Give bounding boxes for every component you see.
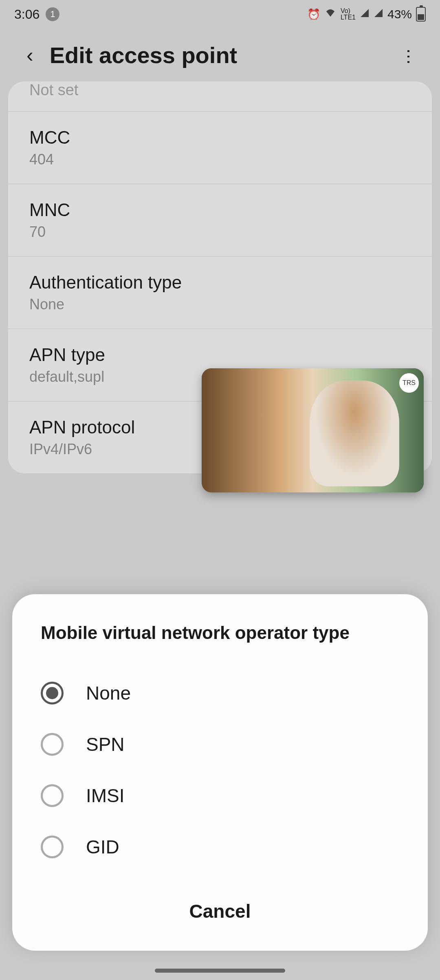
radio-icon — [41, 733, 64, 756]
battery-text: 43% — [387, 7, 412, 21]
pip-person — [310, 381, 399, 486]
cancel-button[interactable]: Cancel — [12, 881, 428, 930]
settings-value: 70 — [29, 223, 411, 241]
page-title: Edit access point — [50, 42, 386, 68]
radio-option-spn[interactable]: SPN — [41, 719, 399, 770]
radio-list: None SPN IMSI GID — [12, 667, 428, 873]
back-icon[interactable]: ‹ — [26, 43, 33, 67]
battery-icon — [416, 7, 426, 22]
radio-icon — [41, 784, 64, 807]
sheet-title: Mobile virtual network operator type — [12, 623, 428, 643]
radio-label: IMSI — [86, 785, 125, 807]
pip-video[interactable]: TRS — [202, 368, 424, 492]
status-time: 3:06 — [14, 7, 40, 22]
settings-label: APN type — [29, 345, 411, 365]
settings-item-mcc[interactable]: MCC 404 — [8, 111, 432, 184]
radio-option-imsi[interactable]: IMSI — [41, 770, 399, 821]
settings-label: MCC — [29, 127, 411, 148]
gesture-bar[interactable] — [155, 969, 285, 973]
notification-badge: 1 — [46, 7, 59, 21]
radio-label: GID — [86, 836, 119, 858]
settings-label: Authentication type — [29, 272, 411, 293]
settings-item-cut[interactable]: Not set — [8, 81, 432, 111]
pip-content: TRS — [202, 368, 424, 492]
status-left: 3:06 1 — [14, 7, 59, 22]
settings-item-auth-type[interactable]: Authentication type None — [8, 256, 432, 328]
radio-option-none[interactable]: None — [41, 667, 399, 719]
settings-item-mnc[interactable]: MNC 70 — [8, 184, 432, 256]
more-icon[interactable]: ⋯ — [400, 48, 418, 61]
pip-channel-badge: TRS — [399, 373, 419, 393]
settings-value: 404 — [29, 151, 411, 168]
radio-icon — [41, 836, 64, 858]
wifi-icon — [324, 8, 337, 21]
status-right: ⏰ Vo)LTE1 43% — [307, 7, 426, 22]
radio-label: SPN — [86, 733, 125, 755]
volte-icon: Vo)LTE1 — [341, 8, 356, 21]
radio-icon — [41, 682, 64, 704]
app-header: ‹ Edit access point ⋯ — [0, 28, 440, 81]
radio-label: None — [86, 682, 131, 704]
mvno-type-sheet: Mobile virtual network operator type Non… — [12, 594, 428, 951]
alarm-icon: ⏰ — [307, 8, 320, 21]
signal-icon-2 — [374, 8, 383, 21]
signal-icon-1 — [360, 8, 370, 21]
settings-label: MNC — [29, 200, 411, 220]
radio-option-gid[interactable]: GID — [41, 821, 399, 873]
status-bar: 3:06 1 ⏰ Vo)LTE1 43% — [0, 0, 440, 28]
settings-value: None — [29, 296, 411, 313]
